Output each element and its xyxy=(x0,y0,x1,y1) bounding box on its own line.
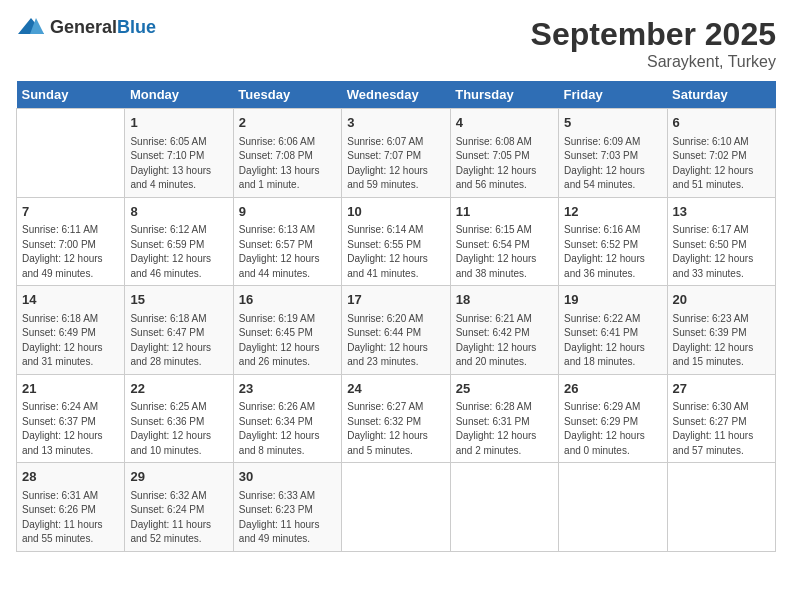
day-number: 10 xyxy=(347,202,444,222)
day-detail: Sunrise: 6:18 AM Sunset: 6:49 PM Dayligh… xyxy=(22,312,119,370)
calendar-week-row: 14Sunrise: 6:18 AM Sunset: 6:49 PM Dayli… xyxy=(17,286,776,375)
day-number: 30 xyxy=(239,467,336,487)
calendar-cell: 7Sunrise: 6:11 AM Sunset: 7:00 PM Daylig… xyxy=(17,197,125,286)
title-area: September 2025 Saraykent, Turkey xyxy=(531,16,776,71)
day-number: 27 xyxy=(673,379,770,399)
day-detail: Sunrise: 6:19 AM Sunset: 6:45 PM Dayligh… xyxy=(239,312,336,370)
weekday-header: Saturday xyxy=(667,81,775,109)
day-number: 17 xyxy=(347,290,444,310)
day-detail: Sunrise: 6:05 AM Sunset: 7:10 PM Dayligh… xyxy=(130,135,227,193)
logo-icon xyxy=(16,16,46,38)
day-number: 25 xyxy=(456,379,553,399)
day-detail: Sunrise: 6:20 AM Sunset: 6:44 PM Dayligh… xyxy=(347,312,444,370)
weekday-header: Monday xyxy=(125,81,233,109)
calendar-cell: 30Sunrise: 6:33 AM Sunset: 6:23 PM Dayli… xyxy=(233,463,341,552)
day-detail: Sunrise: 6:33 AM Sunset: 6:23 PM Dayligh… xyxy=(239,489,336,547)
calendar-cell: 27Sunrise: 6:30 AM Sunset: 6:27 PM Dayli… xyxy=(667,374,775,463)
day-detail: Sunrise: 6:25 AM Sunset: 6:36 PM Dayligh… xyxy=(130,400,227,458)
calendar-cell: 11Sunrise: 6:15 AM Sunset: 6:54 PM Dayli… xyxy=(450,197,558,286)
weekday-header: Thursday xyxy=(450,81,558,109)
day-detail: Sunrise: 6:14 AM Sunset: 6:55 PM Dayligh… xyxy=(347,223,444,281)
day-number: 28 xyxy=(22,467,119,487)
calendar-cell: 3Sunrise: 6:07 AM Sunset: 7:07 PM Daylig… xyxy=(342,109,450,198)
day-detail: Sunrise: 6:32 AM Sunset: 6:24 PM Dayligh… xyxy=(130,489,227,547)
calendar-cell: 14Sunrise: 6:18 AM Sunset: 6:49 PM Dayli… xyxy=(17,286,125,375)
calendar-cell xyxy=(559,463,667,552)
calendar-week-row: 28Sunrise: 6:31 AM Sunset: 6:26 PM Dayli… xyxy=(17,463,776,552)
calendar-cell: 17Sunrise: 6:20 AM Sunset: 6:44 PM Dayli… xyxy=(342,286,450,375)
calendar-cell: 20Sunrise: 6:23 AM Sunset: 6:39 PM Dayli… xyxy=(667,286,775,375)
weekday-row: SundayMondayTuesdayWednesdayThursdayFrid… xyxy=(17,81,776,109)
calendar-body: 1Sunrise: 6:05 AM Sunset: 7:10 PM Daylig… xyxy=(17,109,776,552)
day-number: 11 xyxy=(456,202,553,222)
calendar-cell: 23Sunrise: 6:26 AM Sunset: 6:34 PM Dayli… xyxy=(233,374,341,463)
calendar-cell: 28Sunrise: 6:31 AM Sunset: 6:26 PM Dayli… xyxy=(17,463,125,552)
day-number: 20 xyxy=(673,290,770,310)
day-number: 2 xyxy=(239,113,336,133)
calendar-cell: 15Sunrise: 6:18 AM Sunset: 6:47 PM Dayli… xyxy=(125,286,233,375)
logo: GeneralBlue xyxy=(16,16,156,38)
weekday-header: Wednesday xyxy=(342,81,450,109)
day-detail: Sunrise: 6:13 AM Sunset: 6:57 PM Dayligh… xyxy=(239,223,336,281)
page-header: GeneralBlue September 2025 Saraykent, Tu… xyxy=(16,16,776,71)
calendar-cell: 13Sunrise: 6:17 AM Sunset: 6:50 PM Dayli… xyxy=(667,197,775,286)
day-number: 5 xyxy=(564,113,661,133)
weekday-header: Sunday xyxy=(17,81,125,109)
day-number: 6 xyxy=(673,113,770,133)
calendar-week-row: 21Sunrise: 6:24 AM Sunset: 6:37 PM Dayli… xyxy=(17,374,776,463)
day-number: 18 xyxy=(456,290,553,310)
weekday-header: Friday xyxy=(559,81,667,109)
day-number: 23 xyxy=(239,379,336,399)
calendar-cell: 8Sunrise: 6:12 AM Sunset: 6:59 PM Daylig… xyxy=(125,197,233,286)
day-detail: Sunrise: 6:28 AM Sunset: 6:31 PM Dayligh… xyxy=(456,400,553,458)
day-detail: Sunrise: 6:17 AM Sunset: 6:50 PM Dayligh… xyxy=(673,223,770,281)
day-number: 1 xyxy=(130,113,227,133)
calendar-cell xyxy=(17,109,125,198)
calendar-table: SundayMondayTuesdayWednesdayThursdayFrid… xyxy=(16,81,776,552)
calendar-cell: 29Sunrise: 6:32 AM Sunset: 6:24 PM Dayli… xyxy=(125,463,233,552)
day-number: 15 xyxy=(130,290,227,310)
calendar-cell: 12Sunrise: 6:16 AM Sunset: 6:52 PM Dayli… xyxy=(559,197,667,286)
day-number: 22 xyxy=(130,379,227,399)
day-number: 3 xyxy=(347,113,444,133)
day-number: 7 xyxy=(22,202,119,222)
calendar-cell xyxy=(667,463,775,552)
calendar-cell xyxy=(342,463,450,552)
day-detail: Sunrise: 6:10 AM Sunset: 7:02 PM Dayligh… xyxy=(673,135,770,193)
logo-blue-text: Blue xyxy=(117,17,156,37)
calendar-header: SundayMondayTuesdayWednesdayThursdayFrid… xyxy=(17,81,776,109)
calendar-week-row: 1Sunrise: 6:05 AM Sunset: 7:10 PM Daylig… xyxy=(17,109,776,198)
weekday-header: Tuesday xyxy=(233,81,341,109)
calendar-cell xyxy=(450,463,558,552)
calendar-cell: 25Sunrise: 6:28 AM Sunset: 6:31 PM Dayli… xyxy=(450,374,558,463)
calendar-cell: 5Sunrise: 6:09 AM Sunset: 7:03 PM Daylig… xyxy=(559,109,667,198)
day-detail: Sunrise: 6:21 AM Sunset: 6:42 PM Dayligh… xyxy=(456,312,553,370)
calendar-cell: 26Sunrise: 6:29 AM Sunset: 6:29 PM Dayli… xyxy=(559,374,667,463)
calendar-week-row: 7Sunrise: 6:11 AM Sunset: 7:00 PM Daylig… xyxy=(17,197,776,286)
calendar-cell: 9Sunrise: 6:13 AM Sunset: 6:57 PM Daylig… xyxy=(233,197,341,286)
calendar-cell: 16Sunrise: 6:19 AM Sunset: 6:45 PM Dayli… xyxy=(233,286,341,375)
day-number: 9 xyxy=(239,202,336,222)
day-number: 8 xyxy=(130,202,227,222)
day-number: 4 xyxy=(456,113,553,133)
day-number: 16 xyxy=(239,290,336,310)
calendar-cell: 18Sunrise: 6:21 AM Sunset: 6:42 PM Dayli… xyxy=(450,286,558,375)
calendar-cell: 19Sunrise: 6:22 AM Sunset: 6:41 PM Dayli… xyxy=(559,286,667,375)
day-detail: Sunrise: 6:06 AM Sunset: 7:08 PM Dayligh… xyxy=(239,135,336,193)
calendar-cell: 10Sunrise: 6:14 AM Sunset: 6:55 PM Dayli… xyxy=(342,197,450,286)
day-detail: Sunrise: 6:26 AM Sunset: 6:34 PM Dayligh… xyxy=(239,400,336,458)
day-number: 14 xyxy=(22,290,119,310)
day-detail: Sunrise: 6:27 AM Sunset: 6:32 PM Dayligh… xyxy=(347,400,444,458)
calendar-cell: 22Sunrise: 6:25 AM Sunset: 6:36 PM Dayli… xyxy=(125,374,233,463)
day-detail: Sunrise: 6:18 AM Sunset: 6:47 PM Dayligh… xyxy=(130,312,227,370)
calendar-cell: 6Sunrise: 6:10 AM Sunset: 7:02 PM Daylig… xyxy=(667,109,775,198)
day-detail: Sunrise: 6:09 AM Sunset: 7:03 PM Dayligh… xyxy=(564,135,661,193)
day-number: 13 xyxy=(673,202,770,222)
calendar-cell: 21Sunrise: 6:24 AM Sunset: 6:37 PM Dayli… xyxy=(17,374,125,463)
day-number: 24 xyxy=(347,379,444,399)
day-detail: Sunrise: 6:08 AM Sunset: 7:05 PM Dayligh… xyxy=(456,135,553,193)
calendar-cell: 2Sunrise: 6:06 AM Sunset: 7:08 PM Daylig… xyxy=(233,109,341,198)
day-detail: Sunrise: 6:11 AM Sunset: 7:00 PM Dayligh… xyxy=(22,223,119,281)
day-number: 29 xyxy=(130,467,227,487)
day-detail: Sunrise: 6:23 AM Sunset: 6:39 PM Dayligh… xyxy=(673,312,770,370)
